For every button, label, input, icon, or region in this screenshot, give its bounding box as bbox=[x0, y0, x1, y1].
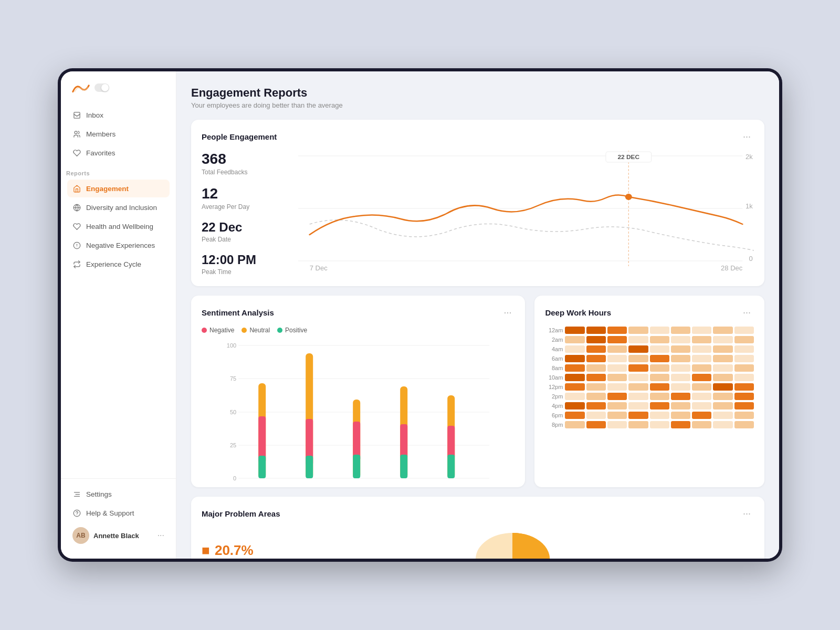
heatmap-cell bbox=[671, 383, 690, 391]
neutral-dot bbox=[242, 328, 247, 333]
heatmap-cell bbox=[713, 383, 732, 391]
svg-text:0: 0 bbox=[233, 475, 236, 481]
deep-work-more-button[interactable]: ··· bbox=[740, 306, 754, 319]
user-menu-button[interactable]: ··· bbox=[158, 531, 164, 540]
svg-rect-44 bbox=[353, 455, 360, 478]
heatmap-cell bbox=[565, 402, 584, 410]
heatmap-cell bbox=[586, 364, 606, 372]
experience-label: Experience Cycle bbox=[86, 260, 141, 268]
sidebar-item-negative[interactable]: Negative Experiences bbox=[67, 236, 170, 254]
sidebar: Inbox Members Favorites Reports bbox=[61, 71, 176, 559]
svg-rect-51 bbox=[447, 426, 455, 458]
sidebar-item-health[interactable]: Health and Wellbeing bbox=[67, 217, 170, 235]
heatmap-row: 2am bbox=[545, 336, 754, 343]
neutral-legend-label: Neutral bbox=[249, 327, 270, 334]
peak-date-stat: 22 Dec Peak Date bbox=[202, 220, 286, 243]
heatmap-time-label: 8am bbox=[545, 365, 563, 371]
problems-stat: ■ 20.7% Working with Others bbox=[202, 542, 258, 559]
sidebar-item-settings[interactable]: Settings bbox=[67, 485, 170, 503]
sentiment-card-title: Sentiment Analysis bbox=[202, 308, 274, 317]
problems-more-button[interactable]: ··· bbox=[740, 507, 754, 520]
heatmap-cell bbox=[734, 402, 754, 410]
sidebar-item-experience[interactable]: Experience Cycle bbox=[67, 255, 170, 273]
people-engagement-card: People Engagement ··· 368 Total Feedback… bbox=[191, 120, 764, 286]
device-inner: Inbox Members Favorites Reports bbox=[61, 71, 779, 559]
heatmap-cell bbox=[734, 355, 754, 362]
heatmap-cell bbox=[628, 336, 648, 343]
heatmap-cell bbox=[607, 383, 627, 391]
pie-chart-svg bbox=[470, 528, 554, 559]
heatmap-cell bbox=[586, 402, 606, 410]
problems-chart bbox=[271, 528, 754, 559]
heatmap-cell bbox=[692, 345, 711, 353]
heatmap-cell bbox=[628, 393, 648, 400]
sidebar-item-members[interactable]: Members bbox=[67, 125, 170, 143]
sentiment-legend: Negative Neutral Positive bbox=[202, 327, 514, 334]
main-content: Engagement Reports Your employees are do… bbox=[176, 71, 779, 559]
heatmap-cell bbox=[607, 355, 627, 362]
problems-percentage: ■ 20.7% bbox=[202, 542, 258, 559]
engagement-more-button[interactable]: ··· bbox=[740, 130, 754, 143]
heatmap-cell bbox=[607, 374, 627, 381]
experience-icon bbox=[72, 260, 81, 268]
sidebar-item-favorites[interactable]: Favorites bbox=[67, 144, 170, 162]
heatmap-cell bbox=[692, 412, 711, 419]
heatmap-cell bbox=[671, 421, 690, 428]
sidebar-item-engagement[interactable]: Engagement bbox=[67, 180, 170, 197]
svg-text:28 Dec: 28 Dec bbox=[721, 265, 742, 271]
deep-work-card-header: Deep Work Hours ··· bbox=[545, 306, 754, 319]
heatmap-cell bbox=[650, 364, 669, 372]
toggle-indicator bbox=[94, 83, 109, 92]
heatmap-cell bbox=[671, 345, 690, 353]
heatmap-cell bbox=[628, 364, 648, 372]
negative-dot bbox=[202, 328, 207, 333]
heatmap-time-label: 12am bbox=[545, 327, 563, 333]
engagement-label: Engagement bbox=[86, 185, 129, 193]
sidebar-bottom: Settings Help & Support AB Annette Black… bbox=[61, 478, 176, 548]
heatmap-row: 2pm bbox=[545, 393, 754, 400]
sidebar-item-help[interactable]: Help & Support bbox=[67, 504, 170, 522]
sentiment-analysis-card: Sentiment Analysis ··· Negative Neutral bbox=[191, 296, 525, 487]
heatmap-time-label: 4am bbox=[545, 346, 563, 352]
heatmap-cell bbox=[565, 336, 584, 343]
heatmap-cell bbox=[713, 327, 732, 334]
heatmap-row: 6am bbox=[545, 355, 754, 362]
svg-point-1 bbox=[75, 131, 77, 133]
major-problems-card: Major Problem Areas ··· ■ 20.7% Working … bbox=[191, 497, 764, 559]
user-row[interactable]: AB Annette Black ··· bbox=[67, 523, 170, 548]
heatmap-row: 8pm bbox=[545, 421, 754, 428]
heatmap-cell bbox=[671, 336, 690, 343]
heatmap-cell bbox=[734, 374, 754, 381]
heatmap-cell bbox=[565, 412, 584, 419]
sentiment-more-button[interactable]: ··· bbox=[500, 306, 514, 319]
heatmap-cell bbox=[565, 355, 584, 362]
svg-text:2k: 2k bbox=[746, 153, 753, 160]
heatmap-cell bbox=[650, 355, 669, 362]
positive-legend-label: Positive bbox=[285, 327, 307, 334]
sidebar-item-inbox[interactable]: Inbox bbox=[67, 106, 170, 124]
engagement-chart-svg: 2k 1k 0 22 DEC bbox=[298, 151, 754, 271]
heatmap-row: 6pm bbox=[545, 412, 754, 419]
heatmap-cell bbox=[628, 374, 648, 381]
sidebar-item-diversity[interactable]: Diversity and Inclusion bbox=[67, 198, 170, 216]
avatar: AB bbox=[72, 527, 89, 544]
deep-work-card-title: Deep Work Hours bbox=[545, 308, 611, 317]
heatmap-time-label: 6am bbox=[545, 355, 563, 362]
heatmap-cell bbox=[607, 336, 627, 343]
heatmap-cell bbox=[607, 327, 627, 334]
heatmap-cell bbox=[650, 412, 669, 419]
page-subtitle: Your employees are doing better than the… bbox=[191, 101, 764, 109]
heatmap-cell bbox=[628, 345, 648, 353]
health-icon bbox=[72, 222, 81, 230]
heatmap-cell bbox=[607, 345, 627, 353]
heatmap-cell bbox=[692, 374, 711, 381]
heatmap-cell bbox=[607, 421, 627, 428]
legend-positive: Positive bbox=[277, 327, 307, 334]
heatmap-cell bbox=[671, 355, 690, 362]
heatmap-cell bbox=[586, 345, 606, 353]
inbox-icon bbox=[72, 111, 81, 119]
heatmap-cell bbox=[650, 402, 669, 410]
svg-text:22 DEC: 22 DEC bbox=[617, 154, 639, 160]
heatmap-cell bbox=[586, 374, 606, 381]
heatmap-cell bbox=[628, 327, 648, 334]
